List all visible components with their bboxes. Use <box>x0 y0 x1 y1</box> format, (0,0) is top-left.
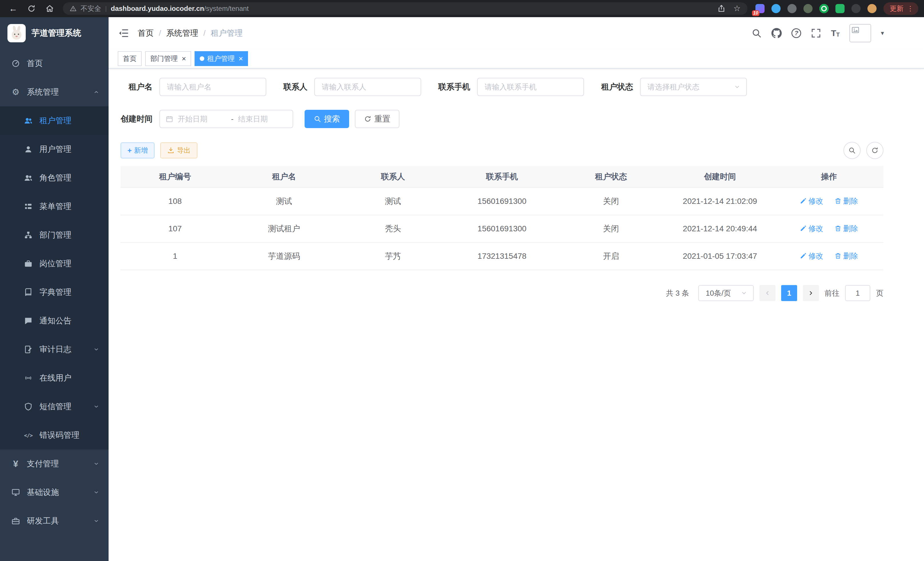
shield-icon <box>24 402 33 411</box>
extension-icon[interactable] <box>803 4 813 13</box>
fullscreen-icon[interactable] <box>811 28 821 38</box>
sidebar-item-infra[interactable]: 基础设施 <box>0 478 109 507</box>
status-cell: 关闭 <box>556 188 665 215</box>
user-avatar[interactable] <box>849 24 871 42</box>
extension-icon[interactable] <box>771 4 781 13</box>
reset-button-label: 重置 <box>374 114 390 124</box>
address-bar[interactable]: 不安全 | dashboard.yudao.iocoder.cn/system/… <box>63 2 747 15</box>
tab-tenant[interactable]: 租户管理 × <box>195 51 248 66</box>
sidebar-collapse-icon[interactable] <box>118 27 129 39</box>
date-start-placeholder: 开始日期 <box>178 114 226 124</box>
breadcrumb-home[interactable]: 首页 <box>138 28 154 39</box>
delete-link[interactable]: 删除 <box>835 196 858 206</box>
browser-chrome: ← 不安全 | dashboard.yudao.iocoder.cn/syste… <box>0 0 924 17</box>
download-icon <box>167 147 175 154</box>
reload-button[interactable] <box>26 3 37 14</box>
create-time-range-picker[interactable]: 开始日期 - 结束日期 <box>159 110 293 128</box>
profile-avatar-icon[interactable] <box>867 4 877 13</box>
export-button[interactable]: 导出 <box>160 142 197 158</box>
sidebar-item-payment[interactable]: ¥ 支付管理 <box>0 450 109 478</box>
tab-close-icon[interactable]: × <box>182 55 186 62</box>
app-window: 芋道管理系统 首页 ⚙ 系统管理 租户管理 用户管理 <box>0 17 924 561</box>
update-button[interactable]: 更新 ⋮ <box>884 2 918 15</box>
delete-link[interactable]: 删除 <box>835 224 858 234</box>
help-icon[interactable]: ? <box>791 28 801 38</box>
code-icon: </> <box>24 431 33 439</box>
tab-close-icon[interactable]: × <box>238 55 243 62</box>
search-button[interactable]: 搜索 <box>304 110 349 128</box>
extension-icon[interactable] <box>788 4 796 13</box>
prev-page-button[interactable] <box>759 285 776 301</box>
sidebar-item-dict[interactable]: 字典管理 <box>0 278 109 307</box>
refresh-table-button[interactable] <box>866 142 884 159</box>
add-button[interactable]: + 新增 <box>121 142 154 158</box>
breadcrumb-system[interactable]: 系统管理 <box>166 28 198 39</box>
address-separator: | <box>105 5 107 12</box>
sidebar-item-dept[interactable]: 部门管理 <box>0 221 109 249</box>
sidebar-item-menu[interactable]: 菜单管理 <box>0 192 109 221</box>
tenant-status-select[interactable]: 请选择租户状态 <box>640 78 747 96</box>
sidebar-item-role[interactable]: 角色管理 <box>0 164 109 192</box>
sidebar-item-label: 支付管理 <box>27 458 59 469</box>
tab-dept[interactable]: 部门管理 × <box>145 51 191 66</box>
extension-icon[interactable]: 10 <box>755 4 765 13</box>
table-row: 107 测试租户 秃头 15601691300 关闭 2021-12-14 20… <box>121 215 884 242</box>
dashboard-icon <box>11 59 20 68</box>
sidebar-item-devtools[interactable]: 研发工具 <box>0 507 109 535</box>
actions-cell: 修改 删除 <box>775 215 884 242</box>
sidebar-item-label: 岗位管理 <box>39 258 71 269</box>
next-page-button[interactable] <box>803 285 819 301</box>
extension-icon[interactable] <box>836 4 844 13</box>
sidebar-item-notice[interactable]: 通知公告 <box>0 307 109 335</box>
trash-icon <box>835 253 842 259</box>
sidebar-item-system[interactable]: ⚙ 系统管理 <box>0 78 109 106</box>
contact-input[interactable] <box>314 78 421 96</box>
delete-link[interactable]: 删除 <box>835 251 858 261</box>
tenant-name-input[interactable] <box>159 78 266 96</box>
sidebar-item-label: 菜单管理 <box>39 201 71 212</box>
system-submenu: 租户管理 用户管理 角色管理 菜单管理 部门管理 <box>0 106 109 450</box>
sidebar-item-error-code[interactable]: </> 错误码管理 <box>0 421 109 450</box>
extension-icon[interactable] <box>851 4 861 13</box>
table-row: 1 芋道源码 芋艿 17321315478 开启 2021-01-05 17:0… <box>121 242 884 270</box>
bookmark-star-icon[interactable]: ☆ <box>734 5 741 13</box>
status-cell: 开启 <box>556 242 665 270</box>
edit-icon <box>800 198 807 205</box>
reset-button[interactable]: 重置 <box>355 110 399 128</box>
sidebar-item-post[interactable]: 岗位管理 <box>0 249 109 278</box>
sidebar-item-label: 在线用户 <box>39 373 71 384</box>
browser-home-button[interactable] <box>45 3 55 14</box>
sidebar-item-home[interactable]: 首页 <box>0 49 109 78</box>
sidebar-item-tenant[interactable]: 租户管理 <box>0 106 109 135</box>
sidebar-item-audit-log[interactable]: 审计日志 <box>0 335 109 364</box>
chevron-down-icon <box>93 489 99 496</box>
page-size-select[interactable]: 10条/页 <box>698 285 754 301</box>
browser-nav-controls: ← <box>8 3 55 14</box>
browser-menu-icon[interactable]: ⋮ <box>907 5 914 13</box>
edit-link[interactable]: 修改 <box>800 196 823 206</box>
edit-link[interactable]: 修改 <box>800 224 823 234</box>
edit-link[interactable]: 修改 <box>800 251 823 261</box>
back-button[interactable]: ← <box>8 3 18 14</box>
filter-contact: 联系人 <box>284 78 421 96</box>
font-size-icon[interactable]: TT <box>831 29 840 38</box>
sidebar-item-sms[interactable]: 短信管理 <box>0 392 109 421</box>
sidebar-item-online-user[interactable]: 在线用户 <box>0 364 109 392</box>
sidebar-item-label: 租户管理 <box>39 115 71 126</box>
chevron-left-icon <box>764 290 771 296</box>
github-icon[interactable] <box>771 28 782 38</box>
share-icon[interactable] <box>717 5 725 13</box>
trash-icon <box>835 225 842 232</box>
goto-page-input[interactable] <box>845 285 870 301</box>
page-number-button[interactable]: 1 <box>781 285 797 301</box>
sidebar-item-user[interactable]: 用户管理 <box>0 135 109 164</box>
sidebar-item-label: 审计日志 <box>39 344 71 355</box>
extension-icon[interactable] <box>819 4 829 13</box>
user-menu-caret-icon[interactable]: ▾ <box>881 29 884 37</box>
tab-home[interactable]: 首页 <box>118 51 142 66</box>
toggle-search-button[interactable] <box>843 142 861 159</box>
search-icon[interactable] <box>752 28 762 38</box>
table-toolbar: + 新增 导出 <box>121 142 884 159</box>
column-header: 联系人 <box>339 166 447 188</box>
phone-input[interactable] <box>477 78 584 96</box>
